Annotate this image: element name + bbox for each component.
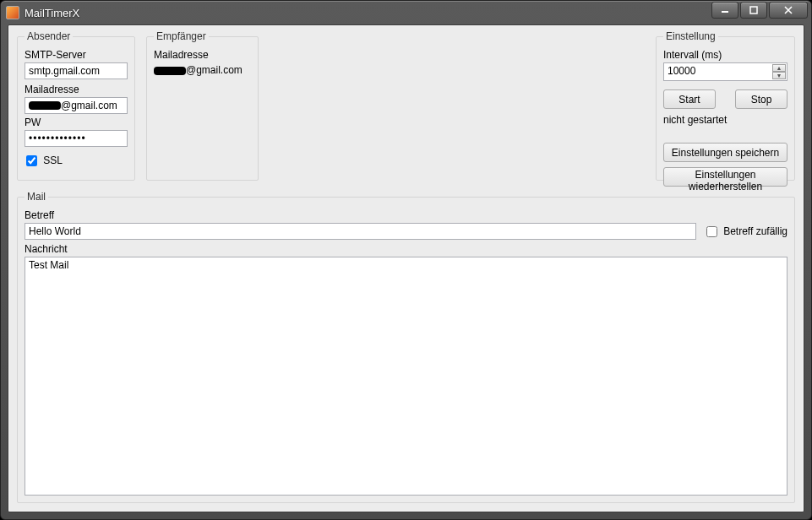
- nachricht-label: Nachricht: [25, 243, 787, 255]
- betreff-label: Betreff: [25, 209, 787, 221]
- sender-mail-label: Mailadresse: [25, 84, 128, 95]
- client-area: Absender SMTP-Server Mailadresse @gmail.…: [8, 24, 804, 512]
- mail-group: Mail Betreff Betreff zufällig Nachricht: [17, 191, 795, 503]
- status-text: nicht gestartet: [663, 114, 787, 126]
- spinner-down[interactable]: ▼: [772, 72, 786, 79]
- pw-input[interactable]: [25, 130, 128, 147]
- start-button[interactable]: Start: [663, 89, 716, 109]
- spinner-up[interactable]: ▲: [772, 64, 786, 72]
- app-icon: [6, 6, 19, 19]
- close-button[interactable]: [769, 2, 808, 19]
- minimize-icon: [721, 6, 729, 14]
- titlebar[interactable]: MailTimerX: [1, 1, 811, 24]
- maximize-icon: [749, 6, 758, 14]
- interval-input[interactable]: 10000 ▲ ▼: [663, 62, 787, 81]
- betreff-zufaellig-checkbox[interactable]: [706, 226, 717, 237]
- maximize-button[interactable]: [740, 2, 767, 19]
- interval-spinner: ▲ ▼: [772, 64, 786, 79]
- absender-legend: Absender: [25, 30, 73, 42]
- interval-label: Intervall (ms): [663, 49, 787, 61]
- recipient-mail-suffix: @gmail.com: [186, 64, 243, 76]
- mail-legend: Mail: [25, 191, 48, 203]
- main-window: MailTimerX Absender SMTP-Server Mailadre…: [0, 0, 812, 520]
- pw-label: PW: [25, 116, 128, 128]
- redacted-recipient: [154, 67, 186, 75]
- save-settings-button[interactable]: Einstellungen speichern: [663, 143, 787, 162]
- empfaenger-legend: Empfänger: [154, 30, 209, 42]
- betreff-input[interactable]: [25, 223, 696, 240]
- einstellung-group: Einstellung Intervall (ms) 10000 ▲ ▼ Sta…: [656, 30, 795, 181]
- minimize-button[interactable]: [711, 2, 738, 19]
- close-icon: [783, 6, 793, 14]
- einstellung-legend: Einstellung: [663, 30, 718, 42]
- betreff-zufaellig-wrap: Betreff zufällig: [703, 224, 787, 240]
- stop-button[interactable]: Stop: [735, 89, 787, 109]
- interval-value: 10000: [668, 65, 695, 77]
- ssl-checkbox[interactable]: [26, 155, 37, 166]
- empfaenger-group: Empfänger Mailadresse @gmail.com: [146, 30, 259, 181]
- svg-rect-0: [722, 11, 728, 13]
- window-controls: [711, 2, 808, 20]
- restore-settings-button[interactable]: Einstellungen wiederherstellen: [663, 167, 787, 187]
- smtp-label: SMTP-Server: [25, 49, 128, 61]
- redacted-sender: [29, 101, 61, 110]
- nachricht-textarea[interactable]: [25, 257, 787, 496]
- absender-group: Absender SMTP-Server Mailadresse @gmail.…: [17, 30, 135, 181]
- ssl-label: SSL: [43, 154, 63, 166]
- sender-mail-suffix: @gmail.com: [61, 100, 117, 111]
- window-title: MailTimerX: [25, 7, 79, 19]
- recipient-mail-label: Mailadresse: [154, 49, 251, 61]
- svg-rect-1: [750, 7, 757, 14]
- smtp-input[interactable]: [25, 62, 128, 79]
- betreff-zufaellig-label: Betreff zufällig: [723, 225, 787, 237]
- sender-mail-input[interactable]: @gmail.com: [25, 97, 128, 114]
- recipient-mail-value: @gmail.com: [154, 64, 251, 76]
